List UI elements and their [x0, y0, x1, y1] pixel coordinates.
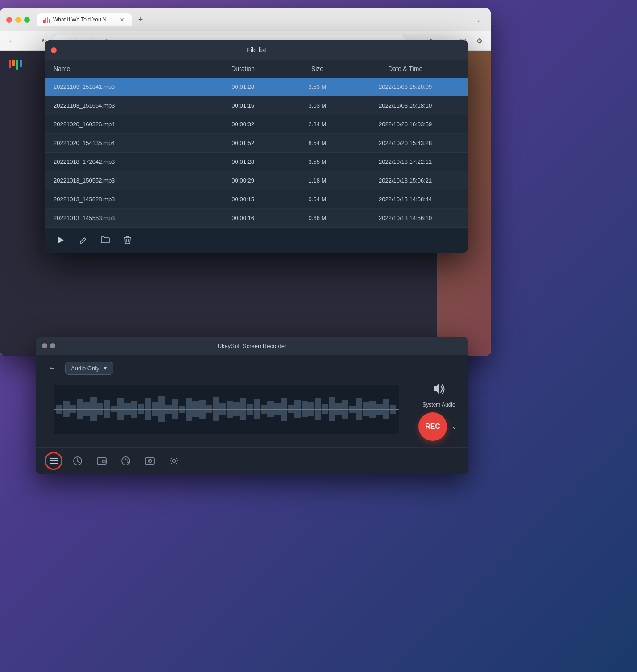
bottom-navigation: [36, 447, 468, 474]
col-header-datetime: Date & Time: [351, 65, 459, 72]
tab-list-chevron[interactable]: ⌄: [476, 16, 484, 23]
rec-button[interactable]: REC: [418, 412, 447, 441]
cell-datetime: 2022/10/13 14:56:10: [351, 215, 459, 221]
nav-capture-button[interactable]: [95, 454, 109, 468]
rec-dropdown-button[interactable]: ⌄: [449, 421, 459, 432]
svg-point-11: [122, 457, 130, 465]
tl-red[interactable]: [6, 17, 12, 23]
tab-title: What If We Told You NONE Of: [53, 17, 116, 23]
recorder-panel: UkeySoft Screen Recorder ← Audio Only ▼ …: [36, 337, 468, 474]
svg-rect-1: [45, 18, 46, 23]
browser-tab-active[interactable]: What If We Told You NONE Of ✕: [37, 13, 132, 26]
mode-label: Audio Only: [71, 365, 99, 372]
col-header-duration: Duration: [203, 65, 284, 72]
cell-datetime: 2022/11/03 15:18:10: [351, 102, 459, 109]
tab-close-button[interactable]: ✕: [118, 16, 125, 23]
cell-name: 20221013_150552.mp3: [54, 177, 203, 184]
svg-point-12: [124, 460, 125, 461]
tab-favicon: [43, 16, 50, 23]
cell-size: 0.66 M: [284, 215, 352, 221]
waveform-display: [54, 385, 399, 434]
recorder-tl-1[interactable]: [42, 343, 47, 348]
nav-screenshot-button[interactable]: [143, 454, 157, 468]
back-button[interactable]: ←: [5, 35, 18, 47]
cell-datetime: 2022/10/18 17:22:11: [351, 158, 459, 165]
tab-bar: What If We Told You NONE Of ✕ + ⌄: [37, 13, 484, 26]
cell-name: 20221020_154135.mp4: [54, 140, 203, 146]
svg-point-13: [127, 460, 128, 461]
table-row[interactable]: 20221103_151654.mp3 00:01:15 3.03 M 2022…: [45, 96, 468, 115]
cell-name: 20221013_145553.mp3: [54, 215, 203, 221]
recorder-tl-2[interactable]: [50, 343, 55, 348]
table-row[interactable]: 20221103_151841.mp3 00:01:28 3.53 M 2022…: [45, 78, 468, 96]
system-audio-label: System Audio: [422, 402, 455, 408]
cell-name: 20221020_160326.mp4: [54, 121, 203, 128]
waveform-center-line: [54, 409, 399, 410]
edit-button[interactable]: [76, 233, 90, 247]
table-row[interactable]: 20221018_172042.mp3 00:01:28 3.55 M 2022…: [45, 153, 468, 171]
svg-rect-6: [50, 460, 58, 462]
table-row[interactable]: 20221020_154135.mp4 00:01:52 8.54 M 2022…: [45, 134, 468, 153]
tl-yellow[interactable]: [15, 17, 21, 23]
svg-rect-10: [102, 460, 105, 463]
svg-marker-4: [58, 237, 64, 243]
dialog-traffic-lights: [51, 47, 57, 53]
tl-green[interactable]: [24, 17, 30, 23]
cell-name: 20221013_145828.mp3: [54, 196, 203, 203]
recorder-titlebar: UkeySoft Screen Recorder: [36, 337, 468, 355]
file-list-dialog: File list Name Duration Size Date & Time…: [45, 40, 468, 253]
cell-duration: 00:01:52: [203, 140, 284, 146]
recorder-traffic-lights: [42, 343, 55, 348]
cell-size: 3.53 M: [284, 83, 352, 90]
cell-name: 20221103_151841.mp3: [54, 83, 203, 90]
play-button[interactable]: [54, 233, 68, 247]
folder-button[interactable]: [98, 233, 112, 247]
cell-size: 3.55 M: [284, 158, 352, 165]
cell-duration: 00:00:16: [203, 215, 284, 221]
ukeysoft-logo: [9, 60, 22, 70]
cell-datetime: 2022/10/20 16:03:59: [351, 121, 459, 128]
cell-size: 2.84 M: [284, 121, 352, 128]
delete-button[interactable]: [120, 233, 135, 247]
tab-add-button[interactable]: +: [134, 13, 147, 26]
dialog-title: File list: [247, 46, 266, 54]
dialog-tl-red[interactable]: [51, 47, 57, 53]
cell-duration: 00:00:32: [203, 121, 284, 128]
nav-recordings-button[interactable]: [46, 454, 61, 468]
browser-traffic-lights: [6, 17, 30, 23]
cell-datetime: 2022/11/03 15:20:09: [351, 83, 459, 90]
cell-name: 20221103_151654.mp3: [54, 102, 203, 109]
col-header-name: Name: [54, 65, 203, 72]
recorder-back-button[interactable]: ←: [45, 361, 59, 375]
dialog-titlebar: File list: [45, 40, 468, 60]
nav-schedule-button[interactable]: [70, 454, 85, 468]
table-row[interactable]: 20221013_150552.mp3 00:00:29 1.18 M 2022…: [45, 171, 468, 190]
table-row[interactable]: 20221013_145553.mp3 00:00:16 0.66 M 2022…: [45, 209, 468, 228]
dropdown-arrow-icon: ▼: [103, 365, 108, 371]
forward-button[interactable]: →: [21, 35, 34, 47]
table-row[interactable]: 20221020_160326.mp4 00:00:32 2.84 M 2022…: [45, 115, 468, 134]
table-header: Name Duration Size Date & Time: [45, 60, 468, 78]
mode-dropdown[interactable]: Audio Only ▼: [65, 362, 113, 375]
cell-duration: 00:00:29: [203, 177, 284, 184]
svg-rect-0: [43, 20, 45, 23]
col-header-size: Size: [284, 65, 352, 72]
nav-appearance-button[interactable]: [119, 454, 133, 468]
svg-rect-5: [50, 458, 58, 459]
table-row[interactable]: 20221013_145828.mp3 00:00:15 0.64 M 2022…: [45, 190, 468, 209]
nav-settings-button[interactable]: [167, 454, 181, 468]
cell-size: 3.03 M: [284, 102, 352, 109]
system-audio-control[interactable]: System Audio: [422, 382, 455, 408]
recorder-topbar: ← Audio Only ▼: [36, 355, 468, 382]
svg-rect-9: [97, 458, 106, 464]
svg-rect-7: [50, 463, 58, 464]
svg-point-18: [149, 460, 151, 462]
rec-button-container: REC ⌄: [418, 412, 459, 441]
table-body: 20221103_151841.mp3 00:01:28 3.53 M 2022…: [45, 78, 468, 228]
cell-duration: 00:01:28: [203, 83, 284, 90]
browser-titlebar: What If We Told You NONE Of ✕ + ⌄: [0, 8, 491, 31]
active-ring: [45, 452, 62, 470]
cell-size: 0.64 M: [284, 196, 352, 203]
file-toolbar: [45, 228, 468, 253]
svg-point-19: [173, 460, 176, 463]
